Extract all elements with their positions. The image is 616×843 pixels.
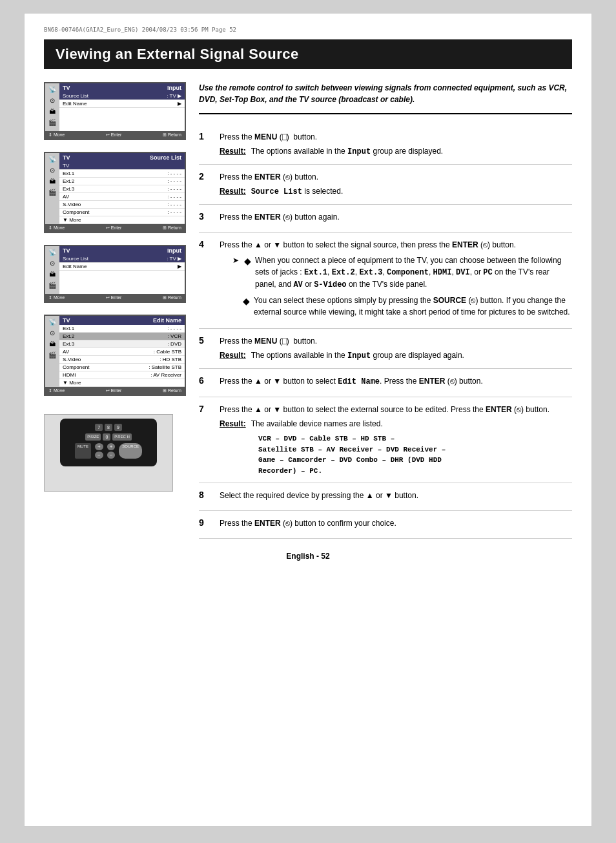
note-4-2: ◆ You can select these options simply by… [232,295,572,318]
tv-src-tv: TV [59,162,185,170]
tv-src-component: Component: - - - - [59,209,185,216]
icon-circle-2: ⊙ [50,167,55,174]
content-wrapper: 📡 ⊙ 🏔 🎬 TV Input Source List : TV ▶ [44,82,572,539]
page-title: Viewing an External Signal Source [44,39,572,69]
tv-screen-2: 📡 ⊙ 🏔 🎬 TV Source List TV [44,152,186,233]
remote-btn-mute: MUTE [75,443,91,459]
tv-input-edit: Edit Name ▶ [59,263,185,271]
steps-list: 1 Press the MENU (⎕) button. Result: The… [199,125,572,539]
icon-mountain: 🏔 [49,108,56,115]
tv-input-src: Source List : TV ▶ [59,255,185,263]
icon-film-4: 🎬 [48,351,56,359]
tv-title-bar-3: TV Input [59,246,185,255]
icon-mountain-3: 🏔 [49,271,56,278]
tv-title-bar-2: TV Source List [59,153,185,162]
step-content-8: Select the required device by pressing t… [220,490,572,504]
step-number-9: 9 [199,517,210,528]
remote-btn-9: 9 [114,424,122,431]
tv-screen-3: 📡 ⊙ 🏔 🎬 TV Input Source List : TV ▶ [44,245,186,303]
arrow-icon-1: ➤ [232,255,239,291]
intro-text: Use the remote control to switch between… [199,82,572,114]
step-8: 8 Select the required device by pressing… [199,483,572,511]
notes-4: ➤ ◆ When you connect a piece of equipmen… [220,255,572,318]
remote-btn-ch-down: − [107,452,116,459]
remote-btn-8: 8 [105,424,112,431]
tv-src-ext2: Ext.2: - - - - [59,178,185,185]
remote-btn-prech: P.REC H [112,433,132,441]
tv-bottom-bar-1: ⇕ Move ↩ Enter ⊞ Return [45,131,185,139]
remote-control: 7 8 9 P.SIZE 0 P.REC H MUTE + − [44,414,173,492]
tv-src-av: AV: - - - - [59,193,185,201]
icon-film: 🎬 [48,119,56,126]
remote-btn-7: 7 [95,424,103,431]
step-content-6: Press the ▲ or ▼ button to select Edit N… [220,375,572,390]
tv-icons-2: 📡 ⊙ 🏔 🎬 [45,153,59,224]
step-number-7: 7 [199,404,210,414]
tv-bottom-bar-3: ⇕ Move ↩ Enter ⊞ Return [45,294,185,302]
step-9: 9 Press the ENTER (⎋) button to confirm … [199,511,572,539]
file-header: BN68-00746A(GAIA2_Euro_ENG) 2004/08/23 0… [44,26,572,33]
step-number-3: 3 [199,211,210,222]
tv-edit-av: AV: Cable STB [59,348,185,356]
remote-btn-0: 0 [103,433,110,441]
diamond-icon-2: ◆ [243,295,250,318]
tv-src-more: ▼ More [59,216,185,224]
step-1: 1 Press the MENU (⎕) button. Result: The… [199,125,572,165]
step-3: 3 Press the ENTER (⎋) button again. [199,205,572,233]
icon-mountain-4: 🏔 [49,340,56,348]
result-7: Result: The available device names are l… [220,418,572,430]
tv-icons-1: 📡 ⊙ 🏔 🎬 [45,83,59,131]
step-number-6: 6 [199,375,210,386]
icon-antenna-3: 📡 [48,249,56,256]
step-7: 7 Press the ▲ or ▼ button to select the … [199,397,572,483]
step-5: 5 Press the MENU (⎕) button. Result: The… [199,329,572,369]
step-number-4: 4 [199,239,210,249]
icon-film-3: 🎬 [48,282,56,289]
step-number-5: 5 [199,335,210,346]
step-2: 2 Press the ENTER (⎋) button. Result: So… [199,165,572,205]
tv-edit-ext3: Ext.3: DVD [59,340,185,348]
tv-menu-item-source-list: Source List : TV ▶ [59,92,185,100]
page-footer: English - 52 [44,552,572,561]
tv-icons-3: 📡 ⊙ 🏔 🎬 [45,246,59,294]
remote-btn-ch-up: + [107,443,116,450]
step-content-4: Press the ▲ or ▼ button to select the si… [220,239,572,322]
step-content-7: Press the ▲ or ▼ button to select the ex… [220,404,572,476]
tv-title-bar-4: TV Edit Name [59,316,185,325]
tv-src-svideo: S-Video: - - - - [59,201,185,209]
step-4: 4 Press the ▲ or ▼ button to select the … [199,233,572,329]
tv-icons-4: 📡 ⊙ 🏔 🎬 [45,316,59,387]
tv-edit-component: Component: Satellite STB [59,364,185,371]
step-content-5: Press the MENU (⎕) button. Result: The o… [220,335,572,362]
tv-menu-area-3: TV Input Source List : TV ▶ Edit Name ▶ [59,246,185,294]
step-content-1: Press the MENU (⎕) button. Result: The o… [220,131,572,158]
left-column: 📡 ⊙ 🏔 🎬 TV Input Source List : TV ▶ [44,82,186,539]
tv-menu-area-2: TV Source List TV Ext.1: - - - - Ext.2: … [59,153,185,224]
step-number-2: 2 [199,171,210,182]
step-content-3: Press the ENTER (⎋) button again. [220,211,572,225]
tv-edit-ext1: Ext.1: - - - - [59,325,185,333]
icon-circle-4: ⊙ [50,329,55,337]
note-4-1: ➤ ◆ When you connect a piece of equipmen… [232,255,572,291]
remote-btn-psize: P.SIZE [85,433,101,441]
tv-title-bar-1: TV Input [59,83,185,92]
icon-antenna-4: 📡 [48,318,56,326]
icon-mountain-2: 🏔 [49,178,56,185]
result-2: Result: Source List is selected. [220,185,572,198]
tv-screen-4: 📡 ⊙ 🏔 🎬 TV Edit Name Ext.1: - - - - [44,315,186,396]
tv-src-ext3: Ext.3: - - - - [59,185,185,193]
tv-bottom-bar-2: ⇕ Move ↩ Enter ⊞ Return [45,224,185,232]
step-number-1: 1 [199,131,210,141]
result-5: Result: The options available in the Inp… [220,349,572,362]
tv-edit-more: ▼ More [59,379,185,387]
step-content-9: Press the ENTER (⎋) button to confirm yo… [220,517,572,532]
icon-film-2: 🎬 [48,189,56,196]
remote-btn-vol-up: + [95,443,103,450]
tv-edit-ext2: Ext.2: VCR [59,333,185,340]
tv-menu-area-4: TV Edit Name Ext.1: - - - - Ext.2: VCR E… [59,316,185,387]
step-content-2: Press the ENTER (⎋) button. Result: Sour… [220,171,572,198]
tv-screen-1: 📡 ⊙ 🏔 🎬 TV Input Source List : TV ▶ [44,82,186,140]
page: BN68-00746A(GAIA2_Euro_ENG) 2004/08/23 0… [24,13,592,827]
result-1: Result: The options available in the Inp… [220,145,572,158]
icon-circle: ⊙ [50,97,55,104]
